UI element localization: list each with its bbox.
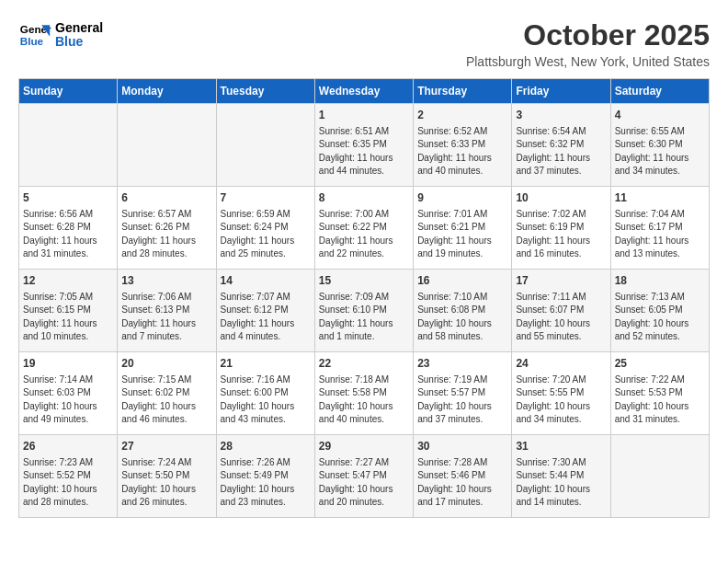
- day-info: Sunrise: 7:27 AM Sunset: 5:47 PM Dayligh…: [319, 456, 409, 510]
- day-info: Sunrise: 7:26 AM Sunset: 5:49 PM Dayligh…: [221, 456, 311, 510]
- table-row: 12Sunrise: 7:05 AM Sunset: 6:15 PM Dayli…: [19, 270, 118, 352]
- day-info: Sunrise: 6:57 AM Sunset: 6:26 PM Dayligh…: [121, 208, 211, 261]
- day-number: 2: [417, 108, 507, 123]
- day-info: Sunrise: 6:51 AM Sunset: 6:35 PM Dayligh…: [319, 125, 409, 178]
- day-info: Sunrise: 7:01 AM Sunset: 6:21 PM Dayligh…: [417, 208, 507, 261]
- title-section: October 2025 Plattsburgh West, New York,…: [466, 18, 710, 69]
- table-row: [118, 104, 216, 187]
- day-info: Sunrise: 7:04 AM Sunset: 6:17 PM Dayligh…: [615, 208, 705, 261]
- logo-icon: General Blue: [18, 18, 51, 52]
- table-row: 7Sunrise: 6:59 AM Sunset: 6:24 PM Daylig…: [216, 187, 314, 270]
- table-row: 30Sunrise: 7:28 AM Sunset: 5:46 PM Dayli…: [414, 435, 512, 518]
- day-number: 7: [221, 190, 311, 206]
- day-info: Sunrise: 7:06 AM Sunset: 6:13 PM Dayligh…: [121, 291, 211, 344]
- day-info: Sunrise: 7:15 AM Sunset: 6:02 PM Dayligh…: [121, 373, 211, 427]
- day-info: Sunrise: 7:22 AM Sunset: 5:53 PM Dayligh…: [615, 373, 705, 427]
- table-row: 1Sunrise: 6:51 AM Sunset: 6:35 PM Daylig…: [314, 104, 413, 187]
- day-info: Sunrise: 6:55 AM Sunset: 6:30 PM Dayligh…: [615, 125, 705, 178]
- day-info: Sunrise: 7:20 AM Sunset: 5:55 PM Dayligh…: [516, 373, 606, 427]
- day-number: 23: [417, 356, 507, 372]
- day-info: Sunrise: 7:14 AM Sunset: 6:03 PM Dayligh…: [23, 373, 113, 427]
- day-number: 14: [221, 273, 311, 289]
- day-info: Sunrise: 7:02 AM Sunset: 6:19 PM Dayligh…: [516, 208, 606, 261]
- day-number: 4: [615, 108, 705, 123]
- col-wednesday: Wednesday: [314, 79, 413, 104]
- table-row: 31Sunrise: 7:30 AM Sunset: 5:44 PM Dayli…: [512, 435, 610, 518]
- calendar-title: October 2025: [466, 18, 710, 52]
- day-number: 27: [121, 439, 211, 454]
- day-number: 21: [221, 356, 311, 372]
- day-info: Sunrise: 6:54 AM Sunset: 6:32 PM Dayligh…: [516, 125, 606, 178]
- day-number: 26: [23, 439, 113, 454]
- day-info: Sunrise: 7:23 AM Sunset: 5:52 PM Dayligh…: [23, 456, 113, 510]
- table-row: 27Sunrise: 7:24 AM Sunset: 5:50 PM Dayli…: [118, 435, 216, 518]
- table-row: 23Sunrise: 7:19 AM Sunset: 5:57 PM Dayli…: [414, 352, 512, 435]
- table-row: [19, 104, 118, 187]
- day-info: Sunrise: 6:59 AM Sunset: 6:24 PM Dayligh…: [221, 208, 311, 261]
- day-number: 29: [319, 439, 409, 454]
- table-row: 25Sunrise: 7:22 AM Sunset: 5:53 PM Dayli…: [610, 352, 709, 435]
- table-row: 9Sunrise: 7:01 AM Sunset: 6:21 PM Daylig…: [414, 187, 512, 270]
- day-info: Sunrise: 7:28 AM Sunset: 5:46 PM Dayligh…: [417, 456, 507, 510]
- table-row: 29Sunrise: 7:27 AM Sunset: 5:47 PM Dayli…: [314, 435, 413, 518]
- day-number: 31: [516, 439, 606, 454]
- day-number: 25: [615, 356, 705, 372]
- day-info: Sunrise: 7:11 AM Sunset: 6:07 PM Dayligh…: [516, 291, 606, 344]
- day-info: Sunrise: 7:18 AM Sunset: 5:58 PM Dayligh…: [319, 373, 409, 427]
- col-saturday: Saturday: [610, 79, 709, 104]
- day-number: 10: [516, 190, 606, 206]
- day-info: Sunrise: 7:10 AM Sunset: 6:08 PM Dayligh…: [417, 291, 507, 344]
- table-row: 18Sunrise: 7:13 AM Sunset: 6:05 PM Dayli…: [610, 270, 709, 352]
- header: General Blue General Blue October 2025 P…: [18, 18, 710, 69]
- logo-blue: Blue: [55, 35, 103, 49]
- day-number: 1: [319, 108, 409, 123]
- table-row: 15Sunrise: 7:09 AM Sunset: 6:10 PM Dayli…: [314, 270, 413, 352]
- table-row: 26Sunrise: 7:23 AM Sunset: 5:52 PM Dayli…: [19, 435, 118, 518]
- table-row: 2Sunrise: 6:52 AM Sunset: 6:33 PM Daylig…: [414, 104, 512, 187]
- table-row: 28Sunrise: 7:26 AM Sunset: 5:49 PM Dayli…: [216, 435, 314, 518]
- day-number: 30: [417, 439, 507, 454]
- week-row-2: 5Sunrise: 6:56 AM Sunset: 6:28 PM Daylig…: [19, 187, 710, 270]
- day-number: 15: [319, 273, 409, 289]
- day-number: 3: [516, 108, 606, 123]
- day-info: Sunrise: 7:30 AM Sunset: 5:44 PM Dayligh…: [516, 456, 606, 510]
- day-info: Sunrise: 6:52 AM Sunset: 6:33 PM Dayligh…: [417, 125, 507, 178]
- day-number: 11: [615, 190, 705, 206]
- logo-general: General: [55, 21, 103, 35]
- day-number: 13: [121, 273, 211, 289]
- day-number: 17: [516, 273, 606, 289]
- table-row: 14Sunrise: 7:07 AM Sunset: 6:12 PM Dayli…: [216, 270, 314, 352]
- col-tuesday: Tuesday: [216, 79, 314, 104]
- table-row: 21Sunrise: 7:16 AM Sunset: 6:00 PM Dayli…: [216, 352, 314, 435]
- day-info: Sunrise: 7:24 AM Sunset: 5:50 PM Dayligh…: [121, 456, 211, 510]
- table-row: 4Sunrise: 6:55 AM Sunset: 6:30 PM Daylig…: [610, 104, 709, 187]
- table-row: 8Sunrise: 7:00 AM Sunset: 6:22 PM Daylig…: [314, 187, 413, 270]
- table-row: 22Sunrise: 7:18 AM Sunset: 5:58 PM Dayli…: [314, 352, 413, 435]
- table-row: 13Sunrise: 7:06 AM Sunset: 6:13 PM Dayli…: [118, 270, 216, 352]
- day-info: Sunrise: 7:05 AM Sunset: 6:15 PM Dayligh…: [23, 291, 113, 344]
- day-number: 12: [23, 273, 113, 289]
- table-row: [610, 435, 709, 518]
- week-row-4: 19Sunrise: 7:14 AM Sunset: 6:03 PM Dayli…: [19, 352, 710, 435]
- table-row: 16Sunrise: 7:10 AM Sunset: 6:08 PM Dayli…: [414, 270, 512, 352]
- day-number: 5: [23, 190, 113, 206]
- day-info: Sunrise: 7:16 AM Sunset: 6:00 PM Dayligh…: [221, 373, 311, 427]
- col-thursday: Thursday: [414, 79, 512, 104]
- calendar-table: Sunday Monday Tuesday Wednesday Thursday…: [18, 78, 710, 518]
- table-row: 5Sunrise: 6:56 AM Sunset: 6:28 PM Daylig…: [19, 187, 118, 270]
- day-number: 24: [516, 356, 606, 372]
- day-info: Sunrise: 7:00 AM Sunset: 6:22 PM Dayligh…: [319, 208, 409, 261]
- day-info: Sunrise: 6:56 AM Sunset: 6:28 PM Dayligh…: [23, 208, 113, 261]
- day-number: 22: [319, 356, 409, 372]
- day-info: Sunrise: 7:07 AM Sunset: 6:12 PM Dayligh…: [221, 291, 311, 344]
- table-row: 17Sunrise: 7:11 AM Sunset: 6:07 PM Dayli…: [512, 270, 610, 352]
- calendar-subtitle: Plattsburgh West, New York, United State…: [466, 54, 710, 69]
- day-number: 8: [319, 190, 409, 206]
- table-row: 10Sunrise: 7:02 AM Sunset: 6:19 PM Dayli…: [512, 187, 610, 270]
- week-row-1: 1Sunrise: 6:51 AM Sunset: 6:35 PM Daylig…: [19, 104, 710, 187]
- day-number: 18: [615, 273, 705, 289]
- table-row: 20Sunrise: 7:15 AM Sunset: 6:02 PM Dayli…: [118, 352, 216, 435]
- logo: General Blue General Blue: [18, 18, 103, 52]
- table-row: 6Sunrise: 6:57 AM Sunset: 6:26 PM Daylig…: [118, 187, 216, 270]
- table-row: 24Sunrise: 7:20 AM Sunset: 5:55 PM Dayli…: [512, 352, 610, 435]
